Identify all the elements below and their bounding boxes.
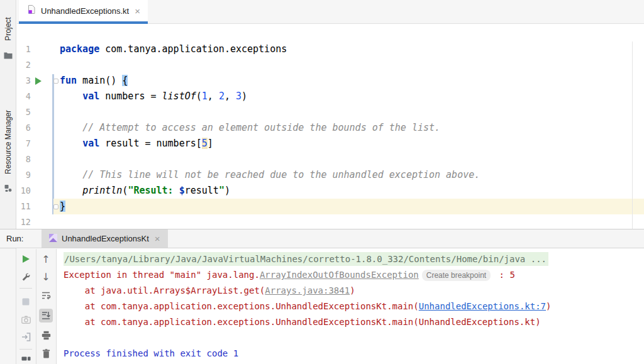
code-editor[interactable]: 1package com.tanya.application.exception… <box>17 25 644 229</box>
console-line: at com.tanya.application.exceptions.Unha… <box>64 299 644 314</box>
fold-column <box>53 183 60 199</box>
code-text[interactable] <box>60 57 644 73</box>
fold-column <box>53 120 60 136</box>
next-occurrence-button[interactable]: ↓ <box>39 270 53 284</box>
console-link[interactable]: ArrayIndexOutOfBoundsException <box>260 270 419 280</box>
trash-icon <box>42 349 50 358</box>
code-segment: { <box>122 75 128 86</box>
gutter-spacer <box>43 41 53 57</box>
code-text[interactable]: // This line will not be reached due to … <box>60 167 644 183</box>
rerun-icon <box>21 255 30 263</box>
prev-occurrence-button[interactable]: ↑ <box>39 252 53 266</box>
gutter[interactable] <box>33 104 43 120</box>
line-number[interactable]: 10 <box>17 183 31 199</box>
screenshot-button[interactable] <box>19 312 33 326</box>
code-line[interactable]: 9 // This line will not be reached due t… <box>17 167 644 183</box>
gutter[interactable] <box>33 89 43 104</box>
code-line[interactable]: 2 <box>17 57 644 73</box>
fold-column <box>53 104 60 120</box>
code-text[interactable]: println("Result: $result") <box>60 183 644 199</box>
code-text[interactable]: } <box>60 199 644 214</box>
console-link[interactable]: UnhandledExceptions.kt:7 <box>419 301 546 311</box>
fold-column <box>53 152 60 167</box>
code-line[interactable]: 11} <box>17 199 644 214</box>
console-line: Process finished with exit code 1 <box>64 346 644 361</box>
code-line[interactable]: 10 println("Result: $result") <box>17 183 644 199</box>
divider <box>19 349 32 350</box>
close-icon[interactable]: × <box>135 6 140 16</box>
code-line[interactable]: 5 <box>17 104 644 120</box>
code-text[interactable] <box>60 214 644 229</box>
console-segment: : 5 <box>494 270 515 280</box>
code-segment: 2 <box>219 91 225 102</box>
code-segment: package <box>60 43 99 55</box>
console-line <box>64 330 644 346</box>
code-line[interactable]: 3fun main() { <box>17 73 644 89</box>
console-segment: ) <box>350 285 355 295</box>
code-segment: ( <box>196 91 202 102</box>
code-line[interactable]: 6 // Attempt to access an element outsid… <box>17 120 644 136</box>
gutter[interactable] <box>33 152 43 167</box>
code-line[interactable]: 1package com.tanya.application.exception… <box>17 41 644 57</box>
layout-button[interactable] <box>19 354 33 364</box>
line-number[interactable]: 6 <box>17 120 31 136</box>
exit-button[interactable] <box>19 330 33 344</box>
clear-all-button[interactable] <box>39 346 53 360</box>
fold-column <box>53 57 60 73</box>
scroll-to-end-button[interactable] <box>39 309 53 323</box>
gutter[interactable] <box>33 57 43 73</box>
code-segment: fun <box>60 75 77 86</box>
code-line[interactable]: 4 val numbers = listOf(1, 2, 3) <box>17 89 644 104</box>
gutter[interactable] <box>33 199 43 214</box>
print-button[interactable] <box>39 328 53 342</box>
line-number[interactable]: 3 <box>17 73 31 89</box>
line-number[interactable]: 11 <box>17 199 31 214</box>
line-number[interactable]: 1 <box>17 41 31 57</box>
build-settings-button[interactable] <box>19 270 33 284</box>
run-panel-title: Run: <box>0 229 42 248</box>
fold-marker-icon[interactable] <box>53 204 58 209</box>
code-text[interactable] <box>60 104 644 120</box>
gutter[interactable] <box>33 214 43 229</box>
fold-marker-icon[interactable] <box>53 79 58 84</box>
gutter[interactable] <box>33 41 43 57</box>
line-number[interactable]: 9 <box>17 167 31 183</box>
run-line-icon[interactable] <box>35 77 42 85</box>
line-number[interactable]: 8 <box>17 152 31 167</box>
code-text[interactable]: package com.tanya.application.exceptions <box>60 41 644 57</box>
project-folder-icon <box>4 50 13 62</box>
line-number[interactable]: 4 <box>17 89 31 104</box>
rerun-button[interactable] <box>19 252 33 266</box>
create-breakpoint-chip[interactable]: Create breakpoint <box>422 270 491 281</box>
code-line[interactable]: 7 val result = numbers[5] <box>17 136 644 152</box>
code-text[interactable]: fun main() { <box>60 73 644 89</box>
code-text[interactable]: // Attempt to access an element outside … <box>60 120 644 136</box>
code-text[interactable] <box>60 152 644 167</box>
gutter[interactable] <box>33 183 43 199</box>
line-number[interactable]: 12 <box>17 214 31 229</box>
gutter-spacer <box>43 199 53 214</box>
line-number[interactable]: 2 <box>17 57 31 73</box>
run-tab-unhandledexceptionskt[interactable]: UnhandledExceptionsKt × <box>42 229 168 248</box>
gutter[interactable] <box>33 120 43 136</box>
code-text[interactable]: val numbers = listOf(1, 2, 3) <box>60 89 644 104</box>
code-segment: result <box>185 185 219 196</box>
code-line[interactable]: 8 <box>17 152 644 167</box>
soft-wrap-button[interactable] <box>39 289 53 302</box>
gutter[interactable] <box>33 167 43 183</box>
gutter[interactable] <box>33 73 43 89</box>
close-icon[interactable]: × <box>155 234 160 243</box>
stop-button[interactable] <box>19 295 33 309</box>
tab-unhandled-exceptions-kt[interactable]: UnhandledExceptions.kt × <box>19 0 148 24</box>
console-output[interactable]: /Users/tanya/Library/Java/JavaVirtualMac… <box>56 249 644 364</box>
line-number[interactable]: 5 <box>17 104 31 120</box>
code-text[interactable]: val result = numbers[5] <box>60 136 644 152</box>
console-segment: at com.tanya.application.exceptions.Unha… <box>64 317 541 327</box>
run-panel-header: Run: UnhandledExceptionsKt × <box>0 229 644 248</box>
line-number[interactable]: 7 <box>17 136 31 152</box>
code-line[interactable]: 12 <box>17 214 644 229</box>
console-link[interactable]: Arrays.java:3841 <box>265 285 350 295</box>
code-segment: 3 <box>236 91 242 102</box>
editor-scrollbar-track[interactable] <box>632 41 633 229</box>
gutter[interactable] <box>33 136 43 152</box>
